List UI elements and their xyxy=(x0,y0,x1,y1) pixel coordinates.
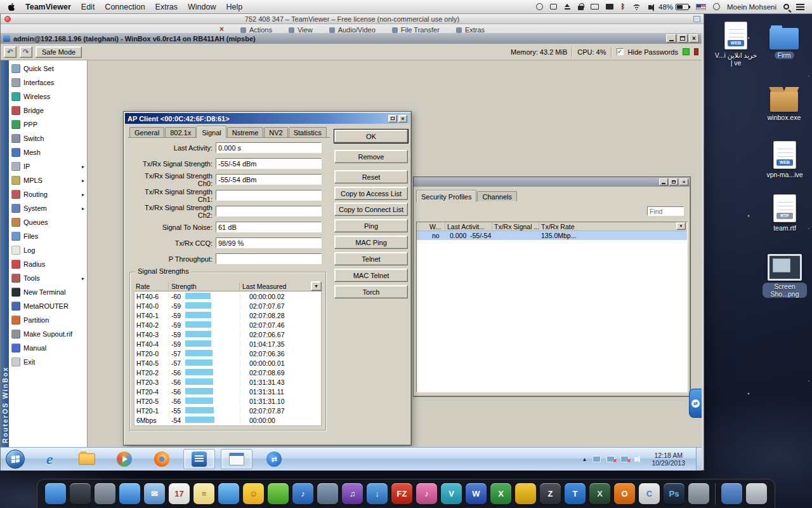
dock-icon-app-gray[interactable] xyxy=(688,483,709,504)
mac-ping-button[interactable]: MAC Ping xyxy=(334,236,408,249)
minimize-button[interactable] xyxy=(666,34,676,43)
user-menu[interactable]: Moein Mohseni xyxy=(727,3,776,11)
tab-nv2[interactable]: NV2 xyxy=(264,127,287,137)
sidebar-item-ppp[interactable]: PPP xyxy=(9,117,87,131)
dock-icon-dashboard[interactable] xyxy=(70,483,91,504)
dock-icon-excel[interactable]: X xyxy=(490,483,511,504)
close-button[interactable]: × xyxy=(398,115,407,123)
menu-connection[interactable]: Connection xyxy=(105,3,145,11)
close-traffic-light[interactable] xyxy=(4,16,11,22)
dock-icon-media-purple[interactable]: ♫ xyxy=(342,483,363,504)
torch-button[interactable]: Torch xyxy=(334,285,408,298)
copy-to-connect-list-button[interactable]: Copy to Connect List xyxy=(334,203,408,216)
close-button[interactable]: × xyxy=(689,34,699,43)
dock-icon-photoshop[interactable]: Ps xyxy=(664,483,684,504)
sidebar-item-ip[interactable]: IP▸ xyxy=(9,159,87,173)
dock-icon-word[interactable]: W xyxy=(466,483,487,504)
tab-statistics[interactable]: Statistics xyxy=(289,127,327,137)
sidebar-item-partition[interactable]: Partition xyxy=(9,313,87,327)
dropdown-arrow-button[interactable]: ▼ xyxy=(311,281,322,291)
menu-window[interactable]: Window xyxy=(188,3,216,11)
ap-client-titlebar[interactable]: AP Client <00:0C:42:6F:D8:61> × xyxy=(125,113,410,124)
sidebar-item-routing[interactable]: Routing▸ xyxy=(9,187,87,201)
menu-status-ring-icon[interactable] xyxy=(536,3,543,10)
registration-row-selected[interactable]: no 0.000 -55/-54 135.0Mbp... xyxy=(417,231,687,240)
taskbar-teamviewer[interactable]: ⇄ xyxy=(258,449,290,469)
sidebar-item-metarouter[interactable]: MetaROUTER xyxy=(9,299,87,313)
sidebar-item-queues[interactable]: Queues xyxy=(9,215,87,229)
sidebar-item-system[interactable]: System▸ xyxy=(9,201,87,215)
dock-icon-notes[interactable]: ≡ xyxy=(193,483,214,504)
dock-icon-app-v[interactable]: V xyxy=(441,483,462,504)
show-desktop-button[interactable] xyxy=(696,448,702,471)
reset-button[interactable]: Reset xyxy=(334,170,408,184)
column-rate[interactable]: Tx/Rx Rate xyxy=(541,222,575,231)
desktop-icon-team-rtf[interactable]: RTF team.rtf xyxy=(765,194,804,232)
mac-telnet-button[interactable]: MAC Telnet xyxy=(334,269,408,282)
wifi-icon[interactable] xyxy=(632,3,641,10)
minimize-button[interactable] xyxy=(659,178,668,185)
signal-strength-ch2-field[interactable] xyxy=(216,206,322,217)
teamviewer-panel-tab[interactable]: ⇄ xyxy=(689,389,702,418)
menu-help[interactable]: Help xyxy=(226,3,243,11)
tray-network-error-icon[interactable]: × xyxy=(606,456,615,462)
maximize-button[interactable] xyxy=(388,115,397,123)
close-button[interactable]: × xyxy=(679,178,688,185)
dock-icon-opera[interactable]: O xyxy=(614,483,635,504)
sidebar-item-make-supout[interactable]: Make Supout.rif xyxy=(9,327,87,341)
dock-icon-messages[interactable] xyxy=(218,483,239,504)
wireless-tables-titlebar[interactable]: × xyxy=(414,177,690,187)
keyboard-layout-flag-icon[interactable] xyxy=(696,4,706,10)
sidebar-item-tools[interactable]: Tools▸ xyxy=(9,271,87,285)
dock-icon-finder[interactable] xyxy=(45,483,66,504)
taskbar-clock[interactable]: 12:18 AM 10/29/2013 xyxy=(646,451,690,467)
winbox-titlebar[interactable]: admin@192.168.1.96 (taleghani) - WinBox … xyxy=(1,33,702,44)
tray-display-icon[interactable] xyxy=(593,456,601,462)
dock-icon-filezilla[interactable]: FZ xyxy=(391,483,412,504)
dock-icon-launchpad[interactable] xyxy=(95,483,115,504)
sidebar-item-manual[interactable]: Manual xyxy=(9,341,87,355)
sidebar-item-wireless[interactable]: Wireless xyxy=(9,90,87,104)
tab-nstreme[interactable]: Nstreme xyxy=(227,127,264,137)
column-last-activity[interactable]: Last Activit... xyxy=(447,222,485,231)
safe-mode-button[interactable]: Safe Mode xyxy=(36,46,82,58)
tray-volume-icon[interactable] xyxy=(634,457,638,462)
display-icon[interactable] xyxy=(591,4,599,10)
bluetooth-icon[interactable]: ᛒ xyxy=(620,3,625,10)
dock-icon-safari[interactable] xyxy=(119,483,140,504)
sidebar-item-switch[interactable]: Switch xyxy=(9,131,87,145)
signal-strength-field[interactable] xyxy=(216,158,322,169)
sidebar-item-interfaces[interactable]: Interfaces xyxy=(9,76,87,90)
menu-status-box-icon[interactable] xyxy=(550,4,557,10)
sidebar-item-log[interactable]: Log xyxy=(9,243,87,257)
tab-channels[interactable]: Channels xyxy=(477,191,516,201)
maximize-button[interactable] xyxy=(669,178,678,185)
taskbar-media-player[interactable] xyxy=(108,449,140,469)
sidebar-item-radius[interactable]: Radius xyxy=(9,257,87,271)
copy-to-access-list-button[interactable]: Copy to Access List xyxy=(334,187,408,200)
signal-strength-ch1-field[interactable] xyxy=(216,190,322,201)
spotlight-search-icon[interactable] xyxy=(783,4,789,10)
desktop-icon-persian-doc[interactable]: WEB خرید انلاین V...ive | xyxy=(712,22,760,67)
tab-8021x[interactable]: 802.1x xyxy=(165,127,196,137)
sidebar-item-exit[interactable]: Exit xyxy=(9,355,87,369)
taskbar-explorer[interactable] xyxy=(71,449,103,469)
apple-menu-icon[interactable] xyxy=(8,3,15,11)
dock-icon-app-z[interactable]: Z xyxy=(540,483,561,504)
dock-icon-app-yellow[interactable] xyxy=(515,483,536,504)
dock-icon-downloads-stack[interactable] xyxy=(721,483,742,504)
teamviewer-titlebar[interactable]: 752 408 347 – TeamViewer – Free license … xyxy=(1,14,704,24)
hide-passwords-checkbox[interactable]: ✓ xyxy=(617,48,624,55)
signal-to-noise-field[interactable] xyxy=(216,222,322,232)
remove-button[interactable]: Remove xyxy=(334,150,408,163)
dock-icon-downloads-arrow[interactable]: ↓ xyxy=(367,483,388,504)
maximize-button[interactable] xyxy=(678,34,688,43)
desktop-icon-winbox-exe[interactable]: winbox.exe xyxy=(764,86,804,121)
menu-edit[interactable]: Edit xyxy=(81,3,95,11)
sidebar-item-mpls[interactable]: MPLS▸ xyxy=(9,173,87,187)
dock-icon-app-t[interactable]: T xyxy=(565,483,586,504)
volume-icon[interactable] xyxy=(648,5,652,10)
dock-icon-app-x-dark[interactable]: X xyxy=(589,483,610,504)
sidebar-item-quick-set[interactable]: Quick Set xyxy=(9,62,87,76)
expand-icon[interactable] xyxy=(693,16,700,22)
